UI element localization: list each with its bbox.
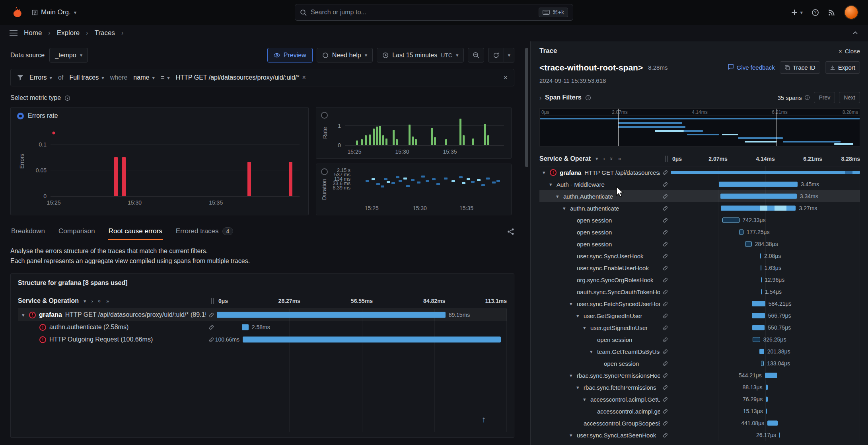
- span-bar[interactable]: [745, 242, 751, 247]
- span-row[interactable]: open session177.25μs: [539, 226, 860, 238]
- span-bar[interactable]: [779, 433, 780, 438]
- span-link-icon[interactable]: [660, 349, 671, 355]
- scrollbar-thumb[interactable]: [525, 48, 528, 167]
- chart-point[interactable]: [459, 176, 463, 178]
- chart-bar[interactable]: [369, 135, 371, 145]
- expand-caret[interactable]: ▾: [576, 313, 584, 319]
- span-bar[interactable]: [761, 277, 762, 283]
- info-icon[interactable]: [804, 95, 810, 100]
- span-link-icon[interactable]: [660, 253, 671, 259]
- span-bar[interactable]: [243, 337, 501, 343]
- expand-caret[interactable]: ▾: [563, 205, 570, 211]
- chart-point[interactable]: [496, 180, 500, 182]
- span-link-icon[interactable]: [660, 361, 671, 367]
- chart-point[interactable]: [481, 184, 485, 186]
- refresh-button[interactable]: [488, 48, 504, 62]
- chart-bar[interactable]: [361, 139, 363, 145]
- span-link-icon[interactable]: [660, 277, 671, 283]
- chart-point[interactable]: [471, 181, 475, 183]
- span-bar[interactable]: [767, 421, 777, 426]
- span-bar[interactable]: [759, 349, 764, 354]
- chart-point[interactable]: [432, 178, 436, 180]
- chart-point[interactable]: [384, 178, 387, 180]
- refresh-interval-dropdown[interactable]: ▾: [504, 48, 514, 62]
- errors-rate-radio[interactable]: [17, 113, 24, 119]
- span-link-icon[interactable]: [660, 337, 671, 343]
- chart-bar[interactable]: [431, 128, 433, 145]
- span-bar[interactable]: [671, 171, 860, 174]
- expand-caret[interactable]: ▾: [549, 182, 557, 187]
- duration-radio[interactable]: [321, 168, 328, 175]
- chart-point[interactable]: [391, 182, 395, 184]
- span-bar[interactable]: [719, 182, 798, 187]
- avatar[interactable]: [844, 5, 858, 20]
- span-row[interactable]: ▾rbac.sync.SyncPermissionsHook544.21μs: [539, 369, 860, 381]
- chart-point[interactable]: [406, 185, 410, 187]
- chart-point[interactable]: [462, 182, 465, 184]
- datasource-picker[interactable]: _tempo ▾: [49, 48, 88, 62]
- span-bar[interactable]: [217, 312, 446, 318]
- menu-icon[interactable]: [10, 30, 18, 36]
- grafana-logo[interactable]: [10, 6, 23, 19]
- span-bar[interactable]: [760, 254, 761, 259]
- expand-caret[interactable]: ▾: [570, 301, 577, 307]
- info-icon[interactable]: [585, 95, 591, 101]
- chart-bar[interactable]: [247, 162, 251, 196]
- filter-operator-select[interactable]: =▾: [161, 74, 170, 81]
- give-feedback-link[interactable]: Give feedback: [728, 64, 775, 71]
- chart-bar[interactable]: [114, 157, 118, 196]
- chart-bar[interactable]: [122, 157, 126, 196]
- span-link-icon[interactable]: [660, 265, 671, 271]
- chart-bar[interactable]: [472, 139, 474, 145]
- span-row[interactable]: ▾team.GetTeamIDsByUser201.38μs: [539, 345, 860, 357]
- expand-one-icon[interactable]: ›: [91, 298, 93, 304]
- rate-radio[interactable]: [321, 112, 328, 119]
- span-row[interactable]: ▾user.getSignedInUser550.75μs: [539, 322, 860, 334]
- chart-point[interactable]: [421, 176, 425, 178]
- share-icon[interactable]: [507, 228, 514, 235]
- span-bar[interactable]: [722, 218, 740, 223]
- span-row[interactable]: ▾user.GetSignedInUser566.79μs: [539, 310, 860, 322]
- span-bar[interactable]: [739, 230, 743, 235]
- export-button[interactable]: Export: [825, 61, 860, 74]
- expand-caret[interactable]: ▾: [556, 193, 563, 199]
- expand-one-icon[interactable]: ›: [603, 156, 605, 162]
- span-bar[interactable]: [761, 361, 764, 366]
- span-bar[interactable]: [752, 325, 765, 330]
- span-link-icon[interactable]: [660, 193, 671, 199]
- span-bar[interactable]: [766, 397, 767, 402]
- filter-value-chip[interactable]: HTTP GET /api/datasources/proxy/uid/:uid…: [176, 74, 306, 81]
- chart-bar[interactable]: [376, 127, 378, 145]
- need-help-button[interactable]: Need help ▾: [317, 48, 373, 62]
- time-range-picker[interactable]: Last 15 minutes UTC ▾: [377, 48, 464, 62]
- span-row[interactable]: org.sync.SyncOrgRolesHook12.96μs: [539, 274, 860, 286]
- tab-comparison[interactable]: Comparison: [58, 224, 96, 240]
- span-link-icon[interactable]: [206, 312, 217, 318]
- span-link-icon[interactable]: [660, 205, 671, 211]
- minimap-viewport-edge[interactable]: [618, 109, 619, 146]
- chart-point[interactable]: [411, 179, 415, 181]
- chart-point[interactable]: [381, 185, 384, 187]
- chart-point[interactable]: [426, 180, 429, 182]
- chart-point[interactable]: [387, 181, 390, 183]
- chart-bar[interactable]: [393, 130, 395, 146]
- span-bar[interactable]: [720, 194, 797, 199]
- breadcrumb-traces[interactable]: Traces: [95, 29, 115, 37]
- span-link-icon[interactable]: [660, 325, 671, 331]
- span-row[interactable]: open session284.38μs: [539, 238, 860, 250]
- span-bar[interactable]: [752, 301, 765, 306]
- span-link-icon[interactable]: [660, 289, 671, 295]
- chevron-right-icon[interactable]: ›: [539, 94, 541, 101]
- chart-point[interactable]: [436, 183, 440, 185]
- chart-point[interactable]: [444, 178, 448, 180]
- span-row[interactable]: accesscontrol.GroupScopesBy441.08μs: [539, 417, 860, 429]
- chart-bar[interactable]: [379, 126, 381, 145]
- span-link-icon[interactable]: [660, 313, 671, 319]
- span-row[interactable]: accesscontrol.acimpl.get15.13μs: [539, 405, 860, 417]
- chart-point[interactable]: [417, 182, 420, 183]
- info-icon[interactable]: [64, 95, 70, 101]
- chart-bar[interactable]: [463, 135, 465, 145]
- chart-bar[interactable]: [382, 135, 384, 145]
- preview-button[interactable]: Preview: [267, 48, 313, 62]
- chart-point[interactable]: [399, 180, 402, 182]
